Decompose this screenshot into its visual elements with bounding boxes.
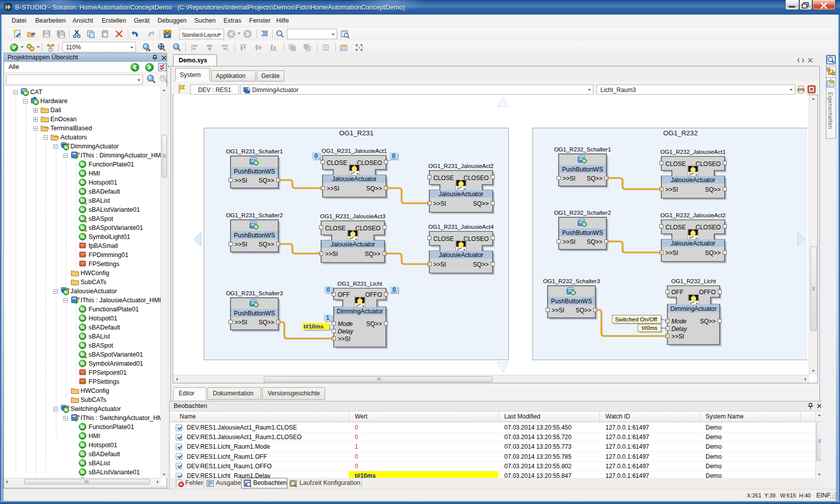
svg-text:0: 0 <box>392 152 396 159</box>
svg-text:OG1_R232_JalousieAct1: OG1_R232_JalousieAct1 <box>660 149 726 155</box>
svg-text:DimmingActuator: DimmingActuator <box>337 308 383 315</box>
svg-text:OG1_R231: OG1_R231 <box>339 129 373 137</box>
svg-text:OFF: OFF <box>338 291 350 298</box>
svg-text:CLOSE: CLOSE <box>325 225 346 232</box>
svg-text:1: 1 <box>326 314 330 321</box>
svg-text:CLOSE: CLOSE <box>433 175 454 182</box>
svg-text:CLOSE: CLOSE <box>433 235 454 242</box>
svg-text:>>SI: >>SI <box>433 200 446 207</box>
svg-text:CLOSE: CLOSE <box>327 159 347 166</box>
svg-text:SQ>>: SQ>> <box>700 318 716 325</box>
svg-text:M: M <box>81 333 85 339</box>
svg-text:M: M <box>81 161 85 167</box>
svg-text:1:1: 1:1 <box>146 49 150 52</box>
svg-text:M: M <box>82 245 84 248</box>
svg-text:M: M <box>24 91 28 96</box>
svg-text:n: n <box>85 228 87 232</box>
svg-text:OG1_R232_Schalter1: OG1_R232_Schalter1 <box>554 146 611 152</box>
svg-text:OG1_R231_Licht: OG1_R231_Licht <box>338 281 383 287</box>
svg-text:CLOSEO: CLOSEO <box>464 235 489 242</box>
svg-text:>>SI: >>SI <box>563 238 575 245</box>
svg-text:M: M <box>82 381 84 384</box>
svg-text:M: M <box>81 207 85 212</box>
svg-text:CLOSEO: CLOSEO <box>696 224 721 231</box>
svg-text:OG1_R231_JalousieAct4: OG1_R231_JalousieAct4 <box>428 224 494 230</box>
svg-text:SQ>>: SQ>> <box>705 186 721 193</box>
svg-text:OFFO: OFFO <box>699 289 716 296</box>
svg-text:Mode: Mode <box>338 320 353 327</box>
svg-text:M: M <box>81 460 85 466</box>
svg-text:OG1_R231_Schalter2: OG1_R231_Schalter2 <box>226 212 283 218</box>
svg-text:SQ>>: SQ>> <box>473 200 489 207</box>
svg-text:M: M <box>81 180 85 185</box>
svg-text:CLOSEO: CLOSEO <box>464 175 489 182</box>
svg-text:Delay: Delay <box>671 325 688 332</box>
svg-text:CLOSEO: CLOSEO <box>696 160 721 167</box>
svg-text:OG1_R231_JalousieAct2: OG1_R231_JalousieAct2 <box>428 163 494 169</box>
svg-text:CLOSEO: CLOSEO <box>357 159 382 166</box>
svg-text:SQ>>: SQ>> <box>365 250 380 258</box>
svg-text:M: M <box>583 159 585 163</box>
svg-text:M: M <box>81 324 85 330</box>
svg-text:M: M <box>255 161 257 165</box>
svg-text:SQ>>: SQ>> <box>259 177 274 184</box>
svg-text:M: M <box>81 343 85 348</box>
svg-text:OG1_R231_Schalter3: OG1_R231_Schalter3 <box>226 290 283 296</box>
svg-text:SQ>>: SQ>> <box>366 185 382 192</box>
svg-text:JalousieActuator: JalousieActuator <box>671 177 716 184</box>
svg-text:SQ>>: SQ>> <box>587 175 602 182</box>
svg-text:OG1_R232_Schalter2: OG1_R232_Schalter2 <box>554 210 611 216</box>
svg-text:OG1_R231_Schalter1: OG1_R231_Schalter1 <box>226 148 283 154</box>
svg-text:n: n <box>85 201 87 205</box>
svg-text:>>SI: >>SI <box>327 185 339 192</box>
svg-text:M: M <box>81 171 85 176</box>
svg-text:PushButtonWS: PushButtonWS <box>562 166 603 173</box>
svg-text:M: M <box>81 306 85 312</box>
svg-text:n: n <box>85 219 87 223</box>
svg-text:M: M <box>255 225 257 229</box>
svg-text:>>SI: >>SI <box>338 335 350 343</box>
svg-text:M: M <box>64 145 68 150</box>
svg-text:M: M <box>77 414 80 418</box>
svg-text:>>SI: >>SI <box>235 319 247 326</box>
svg-text:t#10ms: t#10ms <box>303 323 324 329</box>
svg-text:Switched On/Off: Switched On/Off <box>615 316 657 322</box>
svg-text:M: M <box>34 100 38 105</box>
svg-text:M: M <box>81 451 85 457</box>
svg-text:0: 0 <box>315 152 318 159</box>
svg-text:PushButtonWS: PushButtonWS <box>234 310 275 317</box>
svg-text:OG1_R232: OG1_R232 <box>663 129 698 137</box>
svg-text:SQ>>: SQ>> <box>259 241 274 248</box>
svg-text:>>SI: >>SI <box>552 307 564 314</box>
svg-text:JalousieActuator: JalousieActuator <box>332 176 377 183</box>
svg-text:n: n <box>85 355 87 359</box>
svg-text:CLOSE: CLOSE <box>665 160 686 167</box>
svg-text:M: M <box>81 216 85 221</box>
svg-text:OG1_R232_Licht: OG1_R232_Licht <box>671 278 717 284</box>
svg-text:M: M <box>64 408 68 412</box>
svg-text:JalousieActuator: JalousieActuator <box>331 241 375 248</box>
svg-text:SQ>>: SQ>> <box>366 320 382 327</box>
svg-text:t#0ms: t#0ms <box>642 325 658 331</box>
svg-text:M: M <box>64 290 68 295</box>
svg-text:M: M <box>81 198 85 203</box>
svg-text:JalousieActuator: JalousieActuator <box>439 191 484 198</box>
svg-text:OG1_R231_JalousieAct1: OG1_R231_JalousieAct1 <box>322 148 387 154</box>
svg-text:SQ>>: SQ>> <box>576 307 591 314</box>
svg-text:OFFO: OFFO <box>365 291 382 298</box>
svg-text:M: M <box>583 223 585 226</box>
svg-text:>>SI: >>SI <box>235 241 247 248</box>
svg-text:DimmingActuator: DimmingActuator <box>670 305 717 312</box>
svg-text:SQ>>: SQ>> <box>705 249 721 257</box>
svg-text:Mode: Mode <box>671 318 686 325</box>
svg-text:>>SI: >>SI <box>235 177 247 184</box>
svg-text:PushButtonWS: PushButtonWS <box>562 229 603 236</box>
svg-text:>>SI: >>SI <box>433 261 446 268</box>
svg-text:M: M <box>81 234 85 239</box>
svg-text:M: M <box>81 469 85 475</box>
svg-text:M: M <box>82 264 84 267</box>
svg-text:>>SI: >>SI <box>671 333 684 340</box>
svg-text:OG1_R232_JalousieAct2: OG1_R232_JalousieAct2 <box>660 212 726 218</box>
svg-text:>>SI: >>SI <box>563 175 575 182</box>
svg-text:0: 0 <box>327 286 330 293</box>
